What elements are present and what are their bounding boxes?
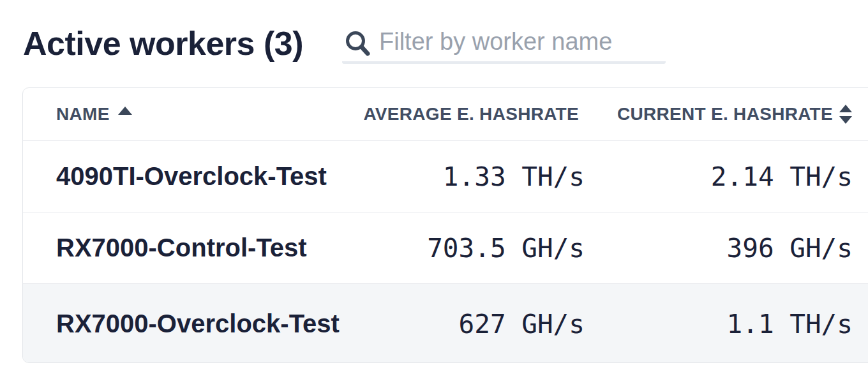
worker-filter (342, 26, 666, 64)
page-title: Active workers (3) (23, 27, 303, 60)
current-hashrate-value: 2.14 TH/s (585, 161, 853, 192)
average-hashrate-value: 1.33 TH/s (396, 161, 585, 192)
worker-name: 4090TI-Overclock-Test (23, 162, 396, 191)
sort-both-icon (839, 105, 853, 124)
column-header-current-hashrate-label: CURRENT E. HASHRATE (617, 104, 833, 124)
table-row[interactable]: RX7000-Overclock-Test 627 GH/s 1.1 TH/s (23, 283, 868, 363)
current-hashrate-value: 396 GH/s (585, 233, 853, 264)
average-hashrate-value: 627 GH/s (396, 309, 585, 339)
active-workers-panel: Active workers (3) NAME AVERAGE E. HASHR… (0, 0, 868, 372)
table-header-row: NAME AVERAGE E. HASHRATE CURRENT E. HASH… (23, 88, 868, 140)
worker-name: RX7000-Overclock-Test (23, 309, 396, 338)
column-header-current-hashrate[interactable]: CURRENT E. HASHRATE (585, 104, 853, 124)
worker-filter-input[interactable] (379, 28, 666, 59)
average-hashrate-value: 703.5 GH/s (396, 233, 585, 264)
table-row[interactable]: RX7000-Control-Test 703.5 GH/s 396 GH/s (23, 212, 868, 283)
active-workers-table: NAME AVERAGE E. HASHRATE CURRENT E. HASH… (22, 87, 868, 363)
column-header-name[interactable]: NAME (23, 104, 396, 124)
worker-name: RX7000-Control-Test (23, 234, 396, 262)
column-header-average-hashrate[interactable]: AVERAGE E. HASHRATE (396, 104, 585, 124)
search-icon (342, 28, 373, 59)
column-header-name-label: NAME (56, 104, 110, 124)
sort-ascending-icon (117, 106, 133, 115)
column-header-average-hashrate-label: AVERAGE E. HASHRATE (363, 104, 579, 124)
current-hashrate-value: 1.1 TH/s (585, 309, 853, 339)
table-row[interactable]: 4090TI-Overclock-Test 1.33 TH/s 2.14 TH/… (23, 140, 868, 212)
